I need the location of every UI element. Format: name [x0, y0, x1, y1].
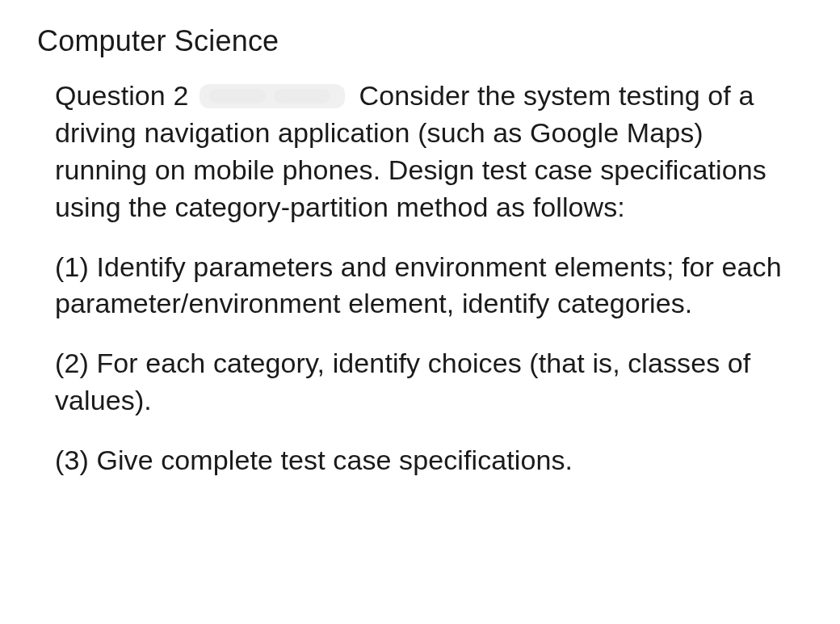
question-label: Question 2	[55, 80, 188, 111]
question-part-1: (1) Identify parameters and environment …	[55, 249, 792, 323]
question-body: Question 2 Consider the system testing o…	[32, 78, 808, 479]
question-intro: Question 2 Consider the system testing o…	[55, 78, 792, 226]
question-part-3: (3) Give complete test case specificatio…	[55, 442, 792, 479]
subject-heading: Computer Science	[32, 24, 808, 58]
redacted-region	[200, 84, 345, 108]
question-part-2: (2) For each category, identify choices …	[55, 345, 792, 420]
